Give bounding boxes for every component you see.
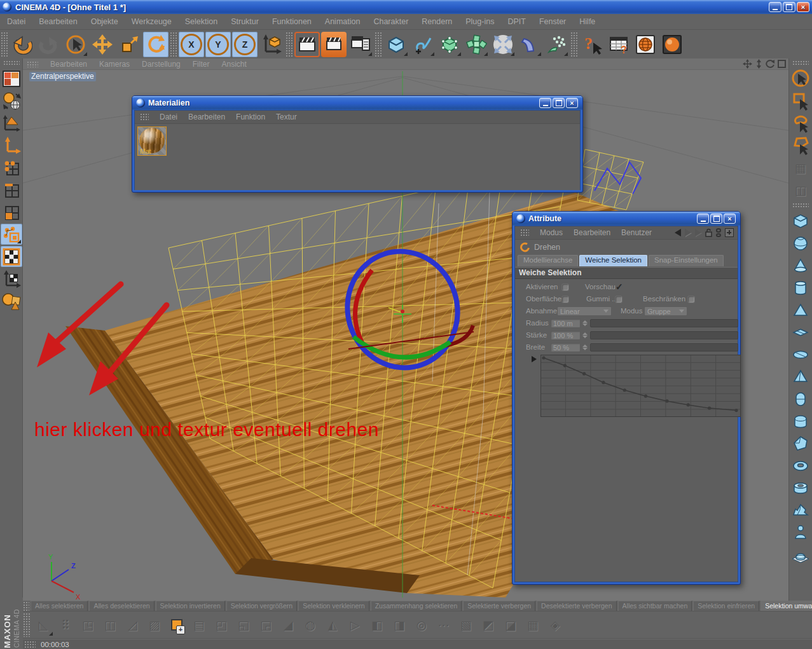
cmd-selektion-verkleinern[interactable]: Selektion verkleinern: [298, 601, 369, 611]
sync-icon[interactable]: [716, 228, 721, 237]
weld-tool-button[interactable]: ◪: [500, 613, 521, 637]
lock-icon[interactable]: [705, 228, 712, 237]
cmd-alles-sichtbar-machen[interactable]: Alles sichtbar machen: [618, 601, 692, 611]
attributes-window[interactable]: Attribute × Modus Bearbeiten Benutzer Dr…: [512, 211, 741, 585]
primitive-capsule-button[interactable]: [790, 388, 811, 409]
cmd-deselektierte-verbergen[interactable]: Deselektierte verbergen: [537, 601, 616, 611]
edge-mode-button[interactable]: [1, 179, 22, 200]
primitive-platonic-button[interactable]: [790, 433, 811, 454]
breite-slider[interactable]: [590, 343, 738, 352]
new-panel-icon[interactable]: [725, 228, 734, 237]
primitive-torus-button[interactable]: [790, 455, 811, 476]
lock-z-axis-button[interactable]: Z: [232, 32, 258, 57]
move-tool-button[interactable]: [90, 32, 115, 57]
animation-mode-button[interactable]: [1, 290, 22, 311]
modus-dropdown[interactable]: Gruppe: [644, 306, 687, 316]
minimize-button[interactable]: [697, 214, 709, 224]
close-button[interactable]: ×: [724, 214, 736, 224]
maximize-button[interactable]: [783, 2, 795, 12]
menu-item-animation[interactable]: Animation: [325, 17, 361, 26]
primitive-relief-button[interactable]: [790, 544, 811, 565]
add-cube-primitive-button[interactable]: [383, 32, 409, 57]
help-button[interactable]: ?: [579, 32, 605, 57]
menu-item-plugins[interactable]: Plug-ins: [465, 17, 494, 26]
attr-menu-benutzer[interactable]: Benutzer: [621, 228, 652, 237]
cmd-selektion-invertieren[interactable]: Selektion invertieren: [156, 601, 225, 611]
slide-tool-button[interactable]: ▧: [455, 613, 477, 637]
material-preview-button[interactable]: [659, 32, 685, 57]
maximize-button[interactable]: [553, 98, 565, 108]
radius-stepper[interactable]: [582, 319, 588, 327]
menu-item-werkzeuge[interactable]: Werkzeuge: [132, 17, 172, 26]
camera-label[interactable]: Zentralperspektive: [29, 72, 96, 81]
material-thumbnail[interactable]: Mat: [137, 126, 167, 156]
mat-menu-funktion[interactable]: Funktion: [236, 113, 265, 121]
toggle-view-icon[interactable]: [777, 59, 787, 69]
zoom-view-icon[interactable]: [754, 59, 764, 69]
primitive-pyramid-button[interactable]: [790, 366, 811, 387]
edge-cut-tool-button[interactable]: ◢: [277, 613, 299, 637]
mirror-tool-button[interactable]: ▷: [344, 613, 366, 637]
render-settings-button[interactable]: [348, 32, 373, 57]
radius-slider[interactable]: [590, 319, 738, 327]
close-button[interactable]: ×: [797, 2, 809, 12]
menu-item-objekte[interactable]: Objekte: [91, 17, 118, 26]
menu-item-fenster[interactable]: Fenster: [539, 17, 566, 26]
mat-menu-bearbeiten[interactable]: Bearbeiten: [188, 113, 225, 121]
texture-axis-mode-button[interactable]: [1, 268, 22, 289]
attr-menu-modus[interactable]: Modus: [540, 228, 563, 237]
radius-input[interactable]: 100 m: [550, 318, 581, 328]
add-spline-button[interactable]: [410, 32, 436, 57]
falloff-curve-editor[interactable]: [540, 355, 741, 417]
undo-button[interactable]: [10, 32, 35, 57]
magnet-tool-button[interactable]: ◍: [299, 613, 321, 637]
beschraenken-checkbox[interactable]: [687, 296, 695, 303]
add-particles-button[interactable]: [544, 32, 569, 57]
matrix-extrude-tool-button[interactable]: ▨: [144, 613, 165, 637]
rail-drag-handle[interactable]: [3, 60, 20, 65]
cmd-selektion-vergroessern[interactable]: Selektion vergrößern: [226, 601, 297, 611]
tab-snap-einstellungen[interactable]: Snap-Einstellungen: [649, 255, 724, 266]
scale-tool-button[interactable]: [116, 32, 142, 57]
split-tool-button[interactable]: ▦: [522, 613, 544, 637]
mat-menu-textur[interactable]: Textur: [276, 113, 297, 121]
rail-drag-handle[interactable]: [792, 60, 809, 65]
toolbar-drag-handle[interactable]: [1, 32, 8, 57]
menu-item-datei[interactable]: Datei: [7, 17, 25, 26]
texture-mode-button[interactable]: [1, 246, 22, 267]
create-point-tool-button[interactable]: ◺: [32, 613, 54, 637]
toolbar-drag-handle[interactable]: [23, 613, 31, 637]
cmd-selektion-umwandeln[interactable]: Selektion umwandeln: [760, 601, 812, 611]
primitive-plane-button[interactable]: [790, 322, 811, 343]
history-back-icon[interactable]: [675, 229, 681, 236]
make-editable-button[interactable]: [1, 90, 22, 111]
menu-item-dpit[interactable]: DPIT: [507, 17, 525, 26]
lock-x-axis-button[interactable]: X: [179, 32, 204, 57]
menu-item-funktionen[interactable]: Funktionen: [272, 17, 312, 26]
bridge-tool-button[interactable]: ⠿: [55, 613, 76, 637]
lasso-selection-tool-button[interactable]: [790, 113, 811, 133]
rotate-view-icon[interactable]: [766, 59, 775, 69]
polygon-mode-button[interactable]: [1, 202, 22, 222]
staerke-input[interactable]: 100 %: [550, 331, 581, 340]
render-picture-viewer-button[interactable]: [321, 32, 347, 57]
iron-tool-button[interactable]: ◭: [322, 613, 343, 637]
menu-item-selektion[interactable]: Selektion: [185, 17, 217, 26]
melt-tool-button[interactable]: ◈: [544, 613, 566, 637]
snap-tool-button[interactable]: ▦: [790, 157, 811, 178]
primitive-figure-button[interactable]: [790, 522, 811, 543]
point-mode-button[interactable]: [1, 157, 22, 178]
live-selection-button[interactable]: [63, 32, 88, 57]
primitive-tube-button[interactable]: [790, 477, 811, 498]
rectangle-selection-tool-button[interactable]: [790, 90, 811, 111]
smooth-shift-tool-button[interactable]: ◰: [210, 613, 232, 637]
primitive-cube-button[interactable]: [790, 210, 811, 231]
extrude-inner-tool-button[interactable]: ◫: [99, 613, 121, 637]
materials-window-titlebar[interactable]: Materialien ×: [132, 96, 582, 110]
add-hypernurbs-button[interactable]: [437, 32, 462, 57]
add-array-object-button[interactable]: [464, 32, 489, 57]
abnahme-dropdown[interactable]: Linear: [557, 306, 612, 316]
primitive-cylinder-button[interactable]: [790, 277, 811, 298]
breite-stepper[interactable]: [582, 343, 588, 352]
vp-menu-ansicht[interactable]: Ansicht: [221, 60, 246, 69]
